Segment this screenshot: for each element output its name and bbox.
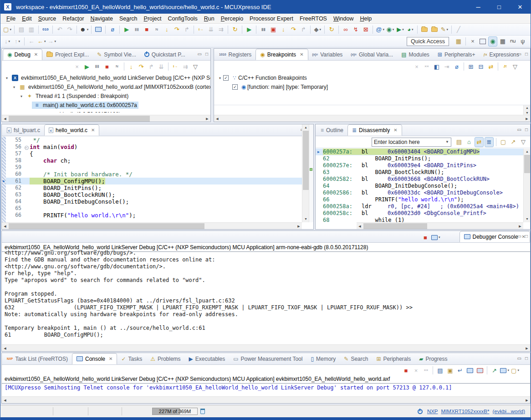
usb-perspective-icon[interactable]: ψ [518,36,527,46]
word-wrap-icon[interactable]: ↵ [455,365,465,375]
user-account-icon[interactable]: ☻▾ [79,25,89,35]
run-garbage-collector-icon[interactable] [200,409,205,414]
tab-problems[interactable]: ⚠Problems [146,353,184,364]
checkbox-checked-icon[interactable]: ✓ [232,84,238,90]
format-brush-icon[interactable]: ╱ [454,25,463,35]
debug-icon[interactable]: ◉▾ [386,25,395,35]
open-example-icon[interactable] [430,25,439,35]
timing-perspective-icon[interactable]: ⊓⊔ [508,36,517,46]
build-icon[interactable]: ◆▾ [313,25,322,35]
clear-console-icon[interactable]: ▤ [435,365,444,375]
disconnect-icon[interactable]: N [112,61,122,72]
display-selected-console-icon[interactable]: ▾ [431,232,441,242]
minimize-view-icon[interactable]: ▭ [517,356,521,361]
step-over-icon[interactable]: ↷ [172,25,181,35]
tab-project-explorer[interactable]: Project Expl... [42,49,93,60]
menu-source[interactable]: Source [35,15,60,23]
next-annotation-icon[interactable]: ↓▾ [3,36,12,46]
erase-flash-icon[interactable]: ⊠ [361,25,370,35]
overview-ruler[interactable] [309,124,313,222]
scroll-left-icon[interactable]: ◀ [2,115,8,122]
tab-global-variables[interactable]: (x)=Global Varia... [347,49,397,60]
show-console-on-stdout-icon[interactable] [465,365,475,375]
tab-disassembly[interactable]: ≣Disassembly✕ [347,124,402,136]
maximize-view-icon[interactable]: □ [525,234,528,239]
close-icon[interactable]: ✕ [109,356,112,361]
terminate-icon[interactable]: ■ [102,61,112,72]
menu-window[interactable]: Window [330,15,357,23]
step-into-icon[interactable]: ↓ [127,61,136,72]
step-over-line-icon[interactable]: ↷ [289,25,298,35]
minimize-view-icon[interactable]: ▭ [517,51,521,56]
run-to-line-icon[interactable]: ↱ [299,25,308,35]
tab-hello-world-c[interactable]: chello_world.c✕ [44,124,99,136]
view-menu-icon[interactable]: ▽ [511,61,520,72]
suspend-icon[interactable]: ▮▮ [132,25,141,35]
minimize-view-icon[interactable]: ▭ [198,51,202,56]
undo-icon[interactable]: ↶ [55,25,64,35]
tab-debug[interactable]: ◉Debug✕ [3,49,42,60]
resume-icon[interactable]: ▶ [122,25,131,35]
drop-to-frame-icon[interactable]: ⇊ [157,61,166,72]
close-icon[interactable]: ✕ [393,128,397,133]
tab-breakpoints[interactable]: ◉Breakpoints✕ [255,49,308,60]
disassembly-horizontal-scrollbar[interactable]: ◀▶ [357,222,523,229]
quick-access-box[interactable]: Quick Access [407,37,449,46]
close-icon[interactable]: ✕ [300,52,303,57]
minimize-button[interactable]: ─ [468,0,489,14]
tab-executables[interactable]: ▶Executables [185,353,230,364]
link-with-active-debug-context-icon[interactable]: ⇄ [475,137,484,147]
menu-refactor[interactable]: Refactor [59,15,87,23]
develop-tools-icon[interactable]: × [468,36,477,46]
tab-modules[interactable]: ▤Modules [397,49,434,60]
profile-icon[interactable]: ◕▾ [406,25,415,35]
home-icon[interactable]: ⌂ [465,137,474,147]
tab-symbol-viewer[interactable]: ✎Symbol Vie... [93,49,140,60]
redo-icon[interactable]: ↷ [65,25,74,35]
skip-all-breakpoints-icon[interactable]: ø [452,61,461,72]
remove-launch-icon[interactable]: × [411,365,420,375]
instruction-stepping-icon[interactable]: i→ [196,25,205,35]
project-link[interactable]: (evkbi...world) [492,409,525,414]
import-example-icon[interactable] [420,25,429,35]
maximize-view-icon[interactable]: □ [205,51,208,56]
scroll-lock-icon[interactable]: ▣ [445,365,454,375]
open-terminal-icon[interactable] [94,25,103,35]
display-selected-console-icon[interactable]: ▾ [500,365,510,375]
debug-tree-item[interactable]: ▾▦evkbimxrt1050_EA_helloWorld_hello_worl… [2,82,210,92]
remove-all-terminated-icon[interactable]: × [72,61,82,72]
link-with-debug-view-icon[interactable]: ⇄ [486,61,495,72]
debug-tree-item[interactable]: ≡main() at hello_world.c:61 0x6000257a [2,101,210,110]
back-icon[interactable]: ←▾ [37,36,46,46]
vendor-link[interactable]: NXP [427,409,438,414]
code-editor[interactable]: 55 */56−int main(void)57{58 char ch;5960… [2,137,302,222]
disconnect-icon[interactable]: N [152,25,161,35]
step-into-line-icon[interactable]: ↓ [279,25,288,35]
breakpoints-horizontal-scrollbar[interactable]: ◀▶ [214,115,530,122]
open-perspective-icon[interactable]: ▦ [454,36,463,46]
breakpoint-item[interactable]: ✓◉[function: main] [type: Temporary] [214,82,530,92]
previous-annotation-icon[interactable]: ↑▾ [13,36,22,46]
last-edit-location-icon[interactable]: ← [27,36,36,46]
tab-console[interactable]: Console✕ [72,353,117,364]
tab-task-list-freertos[interactable]: NXPTask List (FreeRTOS) [3,353,72,364]
pause-all-icon[interactable]: ▮▮ [259,25,268,35]
expand-all-icon[interactable]: ⊞ [466,61,475,72]
skip-all-breakpoints-icon[interactable]: ø [108,25,117,35]
maximize-view-icon[interactable]: □ [525,51,528,56]
terminate-icon[interactable]: ■ [401,365,410,375]
tab-quickstart-panel[interactable]: Quickstart P... [140,49,189,60]
device-link[interactable]: MIMXRT1052xxxxB* [441,409,490,414]
disassembly-vertical-scrollbar[interactable]: ▲▼ [523,149,530,222]
show-breakpoints-for-icon[interactable]: ◧ [432,61,441,72]
save-icon[interactable]: ▤ [17,25,26,35]
link-project-icon[interactable]: ∞ [341,25,350,35]
tab-memory[interactable]: ▯Memory [306,353,340,364]
debug-attach-icon[interactable]: @▾ [375,25,385,35]
drop-to-frame-icon[interactable]: ⇊ [206,25,215,35]
debug-perspective-icon[interactable]: ◉ [488,36,497,46]
refresh-debug-icon[interactable]: ↻ [327,25,336,35]
editor-vertical-scrollbar[interactable]: ▲▼ [302,124,309,222]
tab-peripherals[interactable]: ⊞Peripherals [372,353,415,364]
tab-expressions[interactable]: ƒxExpressions [480,49,523,60]
